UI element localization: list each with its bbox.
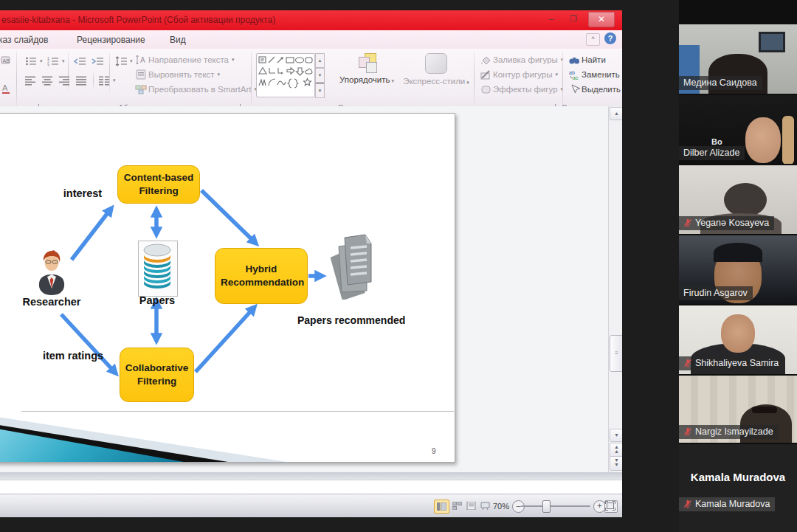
align-text-icon [135,69,147,80]
quick-styles-button[interactable]: Экспресс-стили [402,53,470,86]
participant-tile[interactable]: Yeganə Kosayeva [679,165,797,234]
zoom-slider-track[interactable] [521,505,590,507]
slide-divider-line [21,411,454,412]
replace-button[interactable]: abac Заменить [568,68,622,81]
line-spacing-button[interactable] [114,55,134,68]
muted-mic-icon [683,500,692,508]
slide-editing-pane[interactable]: Content-based Filtering Hybrid Recommend… [0,106,622,472]
hybrid-recommendation-label: Hybrid Recommendation [221,263,302,289]
quick-styles-icon [425,53,447,74]
vertical-scrollbar[interactable]: ▲ ▼ ▲▲ ▼▼ [608,106,622,472]
participant-video-off [679,444,797,532]
shapes-more-button[interactable]: ▼ [315,83,325,98]
tab-view[interactable]: Вид [161,32,195,48]
participant-tile[interactable]: Bo Dilber Alizade [679,95,797,164]
bullets-button[interactable] [24,55,44,68]
participants-sidebar: Медина Саидова Bo Dilber Alizade Yeganə … [679,0,797,532]
select-button[interactable]: Выделить [568,83,622,96]
decrease-indent-button[interactable] [72,55,88,68]
content-based-filtering-label: Content-based Filtering [123,171,194,198]
papers-stack-icon[interactable] [328,233,376,300]
participant-name-label: Firudin Asgarov [679,286,753,300]
ribbon-tab-row: каз слайдов Рецензирование Вид ^ ? [0,30,622,49]
align-center-button[interactable] [41,74,55,87]
shapes-scroll-up-button[interactable]: ▲ [315,53,325,68]
hybrid-recommendation-box[interactable]: Hybrid Recommendation [215,248,308,304]
fit-slide-to-window-button[interactable] [604,500,618,513]
justify-button[interactable] [75,74,89,87]
content-based-filtering-box[interactable]: Content-based Filtering [117,165,200,204]
shape-fill-button[interactable]: Заливка фигуры [480,53,563,66]
align-right-button[interactable] [58,74,72,87]
shape-effects-button[interactable]: Эффекты фигур [480,83,563,96]
help-button[interactable]: ? [604,32,616,44]
notes-splitter[interactable] [0,472,622,480]
participant-name-label: Медина Саидова [679,76,762,90]
minimize-button[interactable]: – [541,12,562,26]
researcher-person-icon[interactable] [32,249,72,297]
status-bar: 70% – + [0,494,622,517]
restore-button[interactable]: ❐ [563,12,584,26]
scroll-up-button[interactable]: ▲ [610,107,622,120]
tab-slideshow[interactable]: каз слайдов [0,32,57,48]
scroll-down-button[interactable]: ▼ [610,429,622,442]
find-binoculars-icon [568,54,580,66]
participant-tile-active-speaker[interactable]: Firudin Asgarov [679,235,797,304]
align-text-label: Выровнять текст [148,70,215,79]
slide-sorter-view-button[interactable] [450,500,464,512]
participant-tile[interactable]: Kamala Muradova Kamala Muradova [679,444,797,532]
item-ratings-label: item ratings [36,350,110,362]
convert-smartart-button[interactable]: Преобразовать в SmartArt [135,83,257,96]
participant-name-label: Shikhaliyeva Samira [679,356,784,370]
quick-styles-label: Экспресс-стили [402,77,470,86]
clear-formatting-icon[interactable]: AB [1,55,13,66]
increase-indent-button[interactable] [90,55,106,68]
scrollbar-thumb[interactable] [610,335,622,372]
papers-recommended-label: Papers recommended [297,314,398,326]
select-cursor-icon [568,83,580,95]
collapse-ribbon-button[interactable]: ^ [586,33,600,46]
participant-overlay-text: Bo [711,137,722,146]
shapes-gallery[interactable] [256,53,315,97]
collaborative-filtering-box[interactable]: Collaborative Filtering [120,348,194,402]
reading-view-button[interactable] [464,500,478,512]
arrange-button[interactable]: Упорядочить [336,53,398,84]
papers-database-icon[interactable] [138,241,178,297]
participant-tile[interactable]: Медина Саидова [679,24,797,94]
shape-fill-label: Заливка фигуры [493,55,558,64]
slideshow-view-button[interactable] [478,500,492,512]
text-direction-button[interactable]: A Направление текста [135,53,235,66]
muted-mic-icon [683,218,692,227]
participant-name-label: Yeganə Kosayeva [679,216,774,230]
text-direction-icon: A [135,54,147,66]
numbering-button[interactable]: 123 [46,55,66,68]
slide-canvas[interactable]: Content-based Filtering Hybrid Recommend… [0,113,455,463]
align-text-button[interactable]: Выровнять текст [135,68,220,81]
svg-text:A: A [2,83,8,92]
tab-review[interactable]: Рецензирование [68,32,154,48]
svg-text:A: A [140,56,145,64]
participant-tile[interactable]: Nargiz Ismayilzade [679,376,797,443]
participant-tile[interactable]: Shikhaliyeva Samira [679,305,797,374]
close-button[interactable]: ✕ [588,12,615,27]
notes-pane[interactable] [0,480,622,495]
next-slide-button[interactable]: ▼▼ [610,456,622,471]
arrange-icon [357,53,376,72]
shape-outline-button[interactable]: Контур фигуры [480,68,558,81]
shapes-gallery-scroll: ▲ ▼ ▼ [315,53,325,96]
find-button[interactable]: Найти [568,53,606,66]
font-color-icon[interactable]: A [1,83,13,94]
shapes-scroll-down-button[interactable]: ▼ [315,68,325,83]
find-label: Найти [582,55,606,64]
shape-effects-icon [480,83,491,95]
convert-smartart-label: Преобразовать в SmartArt [148,85,252,94]
title-bar[interactable]: esasiie-kitabxana - Microsoft PowerPoint… [0,10,622,30]
interest-label: interest [57,187,108,199]
shape-fill-icon [480,54,491,66]
participant-name-label: Nargiz Ismayilzade [679,425,779,439]
align-left-button[interactable] [24,74,38,87]
columns-button[interactable] [97,74,117,87]
normal-view-button[interactable] [434,500,449,514]
zoom-slider-thumb[interactable] [542,500,551,513]
previous-slide-button[interactable]: ▲▲ [610,443,622,457]
